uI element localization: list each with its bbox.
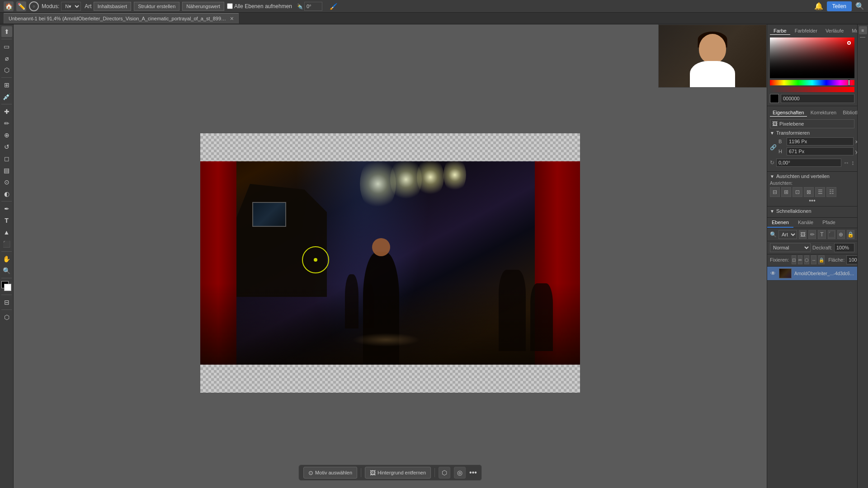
angle-input[interactable] — [304, 2, 322, 11]
link-icon[interactable]: 🔗 — [770, 144, 777, 150]
move-tool[interactable]: ⬆ — [1, 26, 12, 37]
tab-close-icon[interactable]: × — [230, 15, 234, 22]
align-right-btn[interactable]: ⊡ — [793, 187, 802, 197]
align-center-v-btn[interactable]: ☰ — [815, 187, 825, 197]
properties-panel: Eigenschaften Korrekturen Bibliotheken 🖼… — [767, 106, 857, 172]
text-tool[interactable]: T — [1, 215, 12, 226]
share-button[interactable]: Teilen — [827, 1, 852, 11]
screen-mode-tool[interactable]: ⬡ — [1, 312, 12, 323]
crop-tool[interactable]: ⊞ — [1, 80, 12, 90]
layers-tab-ebenen[interactable]: Ebenen — [767, 218, 793, 228]
height-label: H — [778, 149, 785, 154]
fixate-icon-3[interactable]: ⬡ — [804, 255, 809, 264]
path-select-tool[interactable]: ▲ — [1, 227, 12, 238]
zoom-tool[interactable]: 🔍 — [1, 265, 12, 276]
fixate-icon-5[interactable]: 🔒 — [818, 255, 825, 264]
bottom-more-button[interactable]: ••• — [469, 469, 477, 477]
color-tab-verlaufe[interactable]: Verläufe — [822, 27, 847, 35]
hand-tool[interactable]: ✋ — [1, 253, 12, 264]
layers-icon-btn-5[interactable]: ⊕ — [837, 230, 845, 239]
quick-select-tool[interactable]: ⬡ — [1, 65, 12, 75]
color-spectrum-bar[interactable] — [770, 80, 854, 85]
color-swatch-pair[interactable] — [1, 281, 12, 292]
height-input[interactable] — [787, 147, 854, 155]
webcam-person-head — [699, 34, 726, 63]
fixate-icon-1[interactable]: ⊡ — [792, 255, 796, 264]
color-tab-farbe[interactable]: Farbe — [770, 27, 790, 35]
healing-tool[interactable]: ✚ — [1, 106, 12, 117]
quick-mask-tool[interactable]: ⊟ — [1, 297, 12, 308]
canvas-image-area[interactable] — [200, 161, 580, 365]
brush-tool-icon[interactable]: ✏️ — [16, 1, 26, 11]
color-swatch-box[interactable] — [770, 94, 779, 103]
eyedropper-tool[interactable]: 💉 — [1, 91, 12, 102]
angle-value-input[interactable] — [776, 159, 841, 167]
color-tab-farbfelder[interactable]: Farbfelder — [791, 27, 821, 35]
blend-mode-dropdown[interactable]: Normal — [770, 243, 811, 252]
all-layers-checkbox[interactable] — [227, 3, 233, 9]
layers-tabs: Ebenen Kanäle Pfade — [767, 218, 857, 228]
brush-tool[interactable]: ✏ — [1, 118, 12, 129]
file-tab-name: Unbenannt-1 bei 91,4% (ArnoldOberleiter_… — [9, 16, 227, 21]
color-hex-input[interactable] — [781, 94, 854, 103]
color-opacity-bar[interactable] — [770, 87, 854, 92]
select-subject-button[interactable]: ⊙ Motiv auswählen — [303, 467, 357, 479]
all-layers-group: Alle Ebenen aufnehmen — [227, 3, 292, 9]
transform-section-header[interactable]: ▼ Transformieren — [770, 130, 854, 136]
mode-dropdown[interactable]: N▾ — [61, 2, 81, 11]
align-top-btn[interactable]: ⊠ — [804, 187, 814, 197]
width-row: B — [778, 137, 854, 145]
proximity-button[interactable]: Näherungswert — [182, 2, 224, 11]
fill-input[interactable] — [846, 255, 857, 264]
flip-v-icon[interactable]: ↕ — [851, 159, 854, 166]
structure-button[interactable]: Struktur erstellen — [134, 2, 179, 11]
active-file-tab[interactable]: Unbenannt-1 bei 91,4% (ArnoldOberleiter_… — [4, 13, 239, 23]
pen-tool[interactable]: ✒ — [1, 203, 12, 214]
right-collapse-btn[interactable]: ≡ — [859, 26, 867, 34]
layers-tab-pfade[interactable]: Pfade — [818, 218, 840, 228]
flip-h-icon[interactable]: ↔ — [843, 159, 849, 166]
eraser-tool[interactable]: ◻ — [1, 153, 12, 164]
opacity-input[interactable] — [834, 243, 854, 252]
gradient-tool[interactable]: ▤ — [1, 165, 12, 176]
blur-tool[interactable]: ⊙ — [1, 177, 12, 188]
properties-tab-eigenschaften[interactable]: Eigenschaften — [770, 109, 807, 117]
color-picker-gradient[interactable] — [770, 38, 854, 78]
background-color[interactable] — [4, 284, 11, 291]
fixate-icon-4[interactable]: ↔ — [811, 255, 816, 264]
lasso-tool[interactable]: ⌀ — [1, 53, 12, 64]
marquee-tool[interactable]: ▭ — [1, 41, 12, 52]
history-brush-tool[interactable]: ↺ — [1, 141, 12, 152]
layers-icon-btn-3[interactable]: T — [818, 230, 826, 239]
bottom-icon-1[interactable]: ⬡ — [439, 467, 450, 479]
fixate-icon-2[interactable]: ✏ — [798, 255, 802, 264]
layers-filter-dropdown[interactable]: Art — [778, 230, 797, 239]
layers-icon-btn-1[interactable]: 🖼 — [799, 230, 807, 239]
shape-tool[interactable]: ⬛ — [1, 239, 12, 249]
dodge-tool[interactable]: ◐ — [1, 188, 12, 199]
clone-tool[interactable]: ⊕ — [1, 130, 12, 141]
notification-icon[interactable]: 🔔 — [814, 2, 823, 10]
align-section-header[interactable]: ▼ Ausrichten und verteilen — [770, 174, 854, 179]
width-input[interactable] — [787, 137, 854, 145]
quick-actions-header[interactable]: ▼ Schnellaktionen — [770, 208, 854, 214]
layers-icon-btn-6[interactable]: 🔒 — [847, 230, 854, 239]
align-bottom-btn[interactable]: ☷ — [826, 187, 836, 197]
canvas-area[interactable]: ⊙ Motiv auswählen 🖼 Hintergrund entferne… — [14, 24, 767, 488]
pen-icon-group: ✒️ — [296, 2, 326, 11]
align-more-button[interactable]: ••• — [770, 197, 854, 204]
properties-tab-korrekturen[interactable]: Korrekturen — [808, 109, 839, 117]
layers-icon-btn-2[interactable]: ✏ — [808, 230, 816, 239]
content-based-button[interactable]: Inhaltsbasiert — [94, 2, 131, 11]
layer-visibility-icon[interactable]: 👁 — [770, 270, 776, 277]
align-left-btn[interactable]: ⊟ — [770, 187, 780, 197]
bottom-icon-2[interactable]: ◎ — [454, 467, 466, 479]
transform-label: Transformieren — [776, 130, 810, 136]
layers-tab-kanale[interactable]: Kanäle — [793, 218, 818, 228]
search-icon[interactable]: 🔍 — [855, 2, 864, 10]
align-center-h-btn[interactable]: ⊞ — [781, 187, 791, 197]
remove-bg-button[interactable]: 🖼 Hintergrund entfernen — [365, 467, 431, 479]
home-icon[interactable]: 🏠 — [4, 1, 14, 11]
layer-item-1[interactable]: 👁 ArnoldOberleiter_...-4d3dc6f899a6 — [767, 267, 857, 281]
layers-icon-btn-4[interactable]: ⬛ — [828, 230, 835, 239]
